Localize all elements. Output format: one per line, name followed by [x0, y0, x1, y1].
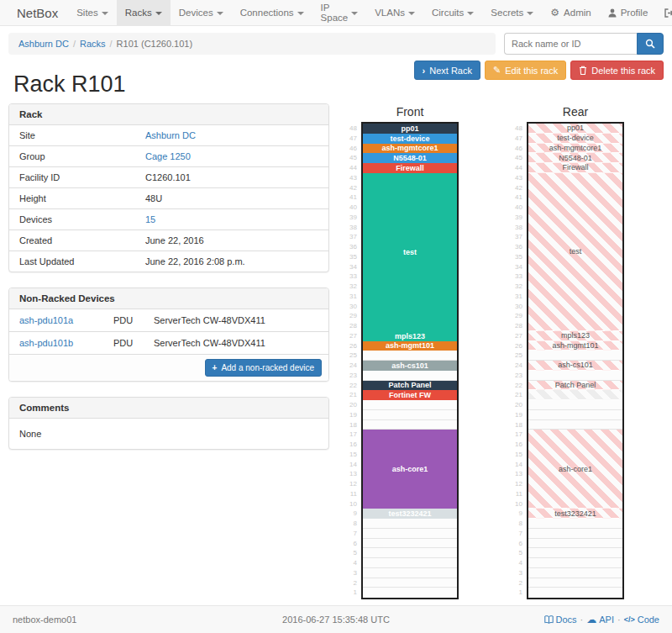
delete-rack-button[interactable]: Delete this rack [570, 61, 664, 80]
breadcrumb-item-racks[interactable]: Racks [80, 39, 106, 49]
nav-item-secrets[interactable]: Secrets [482, 0, 542, 25]
nav-item-circuits[interactable]: Circuits [423, 0, 482, 25]
book-icon [544, 615, 554, 624]
plus-icon: + [213, 363, 218, 372]
unit-number: 46 [339, 144, 361, 154]
attribute-label: Group [9, 146, 135, 167]
attribute-value-devices[interactable]: 15 [145, 214, 155, 224]
attribute-value-site[interactable]: Ashburn DC [145, 130, 196, 140]
nav-item-racks[interactable]: Racks [117, 0, 171, 25]
user-icon [608, 8, 617, 18]
nav-item-vlans[interactable]: VLANs [366, 0, 423, 25]
nav-item-connections[interactable]: Connections [232, 0, 312, 25]
rack-slot-test[interactable]: test [363, 173, 457, 331]
rack-slot-fortinet-fw[interactable]: Fortinet FW [363, 390, 457, 400]
unit-number: 17 [505, 430, 527, 440]
rack-slot-ash-cs101[interactable]: ash-cs101 [528, 361, 622, 371]
nav-item-profile[interactable]: Profile [600, 0, 657, 25]
device-type-cell: ServerTech CW-48VDX411 [144, 309, 328, 332]
rack-slot-patch-panel[interactable]: Patch Panel [363, 381, 457, 391]
rack-slot-test-device[interactable]: test-device [363, 134, 457, 144]
docs-label: Docs [556, 615, 577, 625]
rack-slot-pp01[interactable]: pp01 [528, 124, 622, 134]
rack-slot-test3232421[interactable]: test3232421 [528, 509, 622, 519]
unit-number: 15 [339, 450, 361, 460]
rack-slot-firewall[interactable]: Firewall [528, 163, 622, 173]
unit-number: 21 [505, 390, 527, 400]
unit-number: 10 [339, 499, 361, 509]
cloud-icon: ☁ [586, 614, 596, 625]
code-label: Code [638, 615, 659, 625]
rack-panel-title: Rack [9, 104, 328, 125]
attribute-value: C1260.101 [135, 167, 328, 188]
unit-number: 48 [339, 124, 361, 134]
breadcrumb-item-ashburn-dc[interactable]: Ashburn DC [18, 39, 69, 49]
docs-link[interactable]: Docs [544, 615, 577, 625]
unit-number: 29 [339, 311, 361, 321]
add-nonracked-device-button[interactable]: + Add a non-racked device [205, 359, 322, 377]
unit-number: 41 [339, 193, 361, 203]
unit-number: 38 [505, 223, 527, 233]
rack-attribute-row: SiteAshburn DC [9, 125, 328, 146]
rack-slot-ash-core1[interactable]: ash-core1 [363, 430, 457, 509]
rack-slot-firewall[interactable]: Firewall [363, 163, 457, 173]
unit-number: 29 [505, 311, 527, 321]
rack-slot-ash-mgmt101[interactable]: ash-mgmt101 [528, 341, 622, 351]
edit-rack-label: Edit this rack [505, 66, 558, 76]
unit-number: 33 [339, 272, 361, 282]
nav-items: SitesRacksDevicesConnectionsIP SpaceVLAN… [68, 0, 542, 25]
device-name-cell: ash-pdu101b [9, 332, 103, 355]
device-link-ash-pdu101b[interactable]: ash-pdu101b [19, 338, 73, 348]
device-link-ash-pdu101a[interactable]: ash-pdu101a [19, 315, 73, 325]
nav-item-admin[interactable]: ⚙ Admin [542, 0, 599, 25]
unit-number: 27 [339, 331, 361, 341]
rack-slot-n5548-01[interactable]: N5548-01 [528, 153, 622, 163]
brand-logo[interactable]: NetBox [7, 0, 68, 25]
rack-attribute-row: Facility IDC1260.101 [9, 167, 328, 188]
rack-slot-ash-mgmtcore1[interactable]: ash-mgmtcore1 [528, 144, 622, 154]
next-rack-button[interactable]: › Next Rack [414, 61, 480, 80]
unit-number: 4 [339, 558, 361, 568]
rack-slot-mpls123[interactable]: mpls123 [363, 331, 457, 341]
rack-slot-test3232421[interactable]: test3232421 [363, 509, 457, 519]
rack-slot-patch-panel[interactable]: Patch Panel [528, 381, 622, 391]
nav-item-logout[interactable]: Log out [656, 0, 672, 25]
search-icon [645, 39, 655, 49]
rack-slot-ash-mgmt101[interactable]: ash-mgmt101 [363, 341, 457, 351]
rack-slot-ghost-fortinet-fw[interactable] [528, 390, 622, 400]
rear-elevation-title: Rear [505, 105, 624, 119]
comments-body: None [9, 419, 328, 449]
rack-slot-pp01[interactable]: pp01 [363, 124, 457, 134]
code-link[interactable]: </> Code [624, 615, 659, 625]
rack-slot-ash-core1[interactable]: ash-core1 [528, 430, 622, 509]
unit-number: 4 [505, 558, 527, 568]
rack-slot-ash-mgmtcore1[interactable]: ash-mgmtcore1 [363, 144, 457, 154]
nav-item-ip-space[interactable]: IP Space [312, 0, 367, 25]
search-input[interactable] [504, 33, 637, 55]
nav-item-sites[interactable]: Sites [68, 0, 117, 25]
rack-slot-ash-cs101[interactable]: ash-cs101 [363, 361, 457, 371]
api-link[interactable]: ☁ API [586, 614, 614, 625]
edit-rack-button[interactable]: ✎ Edit this rack [485, 61, 566, 80]
front-rack-table: pp01test-deviceash-mgmtcore1N5548-01Fire… [361, 122, 459, 599]
nav-item-devices[interactable]: Devices [171, 0, 232, 25]
nonracked-panel: Non-Racked Devices ash-pdu101aPDUServerT… [8, 287, 329, 382]
rack-slot-test[interactable]: test [528, 173, 622, 331]
attribute-value-group[interactable]: Cage 1250 [145, 151, 191, 161]
rack-slot-n5548-01[interactable]: N5548-01 [363, 153, 457, 163]
unit-number: 39 [505, 213, 527, 223]
unit-number: 6 [339, 539, 361, 549]
attribute-label: Facility ID [9, 167, 135, 188]
unit-number: 40 [339, 203, 361, 213]
unit-number: 45 [505, 153, 527, 163]
nonracked-panel-footer: + Add a non-racked device [9, 355, 328, 381]
delete-rack-label: Delete this rack [591, 66, 655, 76]
rack-slot-test-device[interactable]: test-device [528, 134, 622, 144]
unit-number: 28 [339, 321, 361, 331]
rack-slot-mpls123[interactable]: mpls123 [528, 331, 622, 341]
unit-number: 42 [339, 183, 361, 193]
attribute-value-last-updated: June 22, 2016 2:08 p.m. [145, 256, 245, 266]
search-button[interactable] [637, 33, 664, 55]
attribute-label: Devices [9, 209, 135, 230]
top-navbar: NetBox SitesRacksDevicesConnectionsIP Sp… [0, 0, 672, 26]
